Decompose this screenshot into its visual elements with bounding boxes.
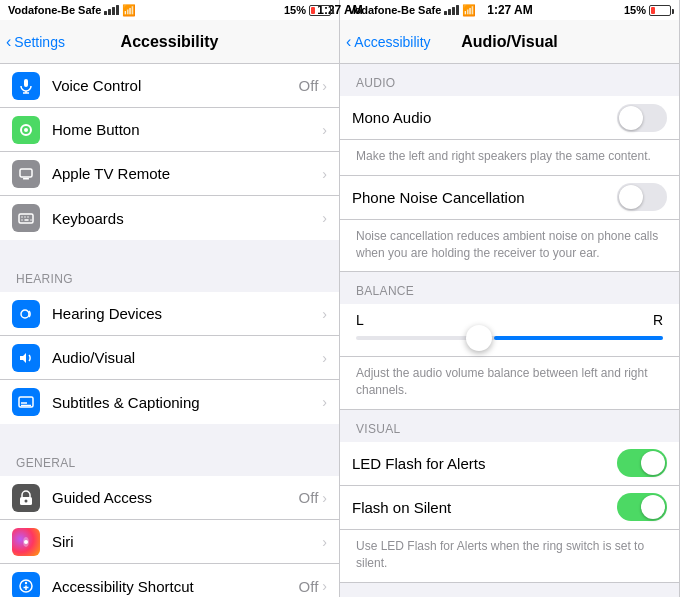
right-signal: [444, 5, 459, 15]
subtitles-icon: [12, 388, 40, 416]
led-flash-item[interactable]: LED Flash for Alerts: [340, 442, 679, 486]
siri-icon: [12, 528, 40, 556]
left-signal: [104, 5, 119, 15]
keyboards-label: Keyboards: [52, 210, 318, 227]
audio-visual-item[interactable]: Audio/Visual ›: [0, 336, 339, 380]
flash-silent-toggle[interactable]: [617, 493, 667, 521]
home-button-icon: [12, 116, 40, 144]
apple-tv-chevron: ›: [322, 166, 327, 182]
mono-audio-knob: [619, 106, 643, 130]
guided-access-chevron: ›: [322, 490, 327, 506]
keyboards-chevron: ›: [322, 210, 327, 226]
voice-control-icon: [12, 72, 40, 100]
left-group-2: Hearing Devices › Audio/Visual › Subtitl…: [0, 292, 339, 424]
voice-control-chevron: ›: [322, 78, 327, 94]
led-flash-toggle[interactable]: [617, 449, 667, 477]
apple-tv-item[interactable]: Apple TV Remote ›: [0, 152, 339, 196]
svg-rect-5: [20, 169, 32, 177]
left-content: Voice Control Off › Home Button › Apple …: [0, 64, 339, 597]
flash-silent-label: Flash on Silent: [352, 499, 617, 516]
home-button-chevron: ›: [322, 122, 327, 138]
flash-silent-item[interactable]: Flash on Silent: [340, 486, 679, 530]
right-back-chevron: ‹: [346, 33, 351, 51]
phone-noise-toggle[interactable]: [617, 183, 667, 211]
left-back-label: Settings: [14, 34, 65, 50]
phone-noise-knob: [619, 185, 643, 209]
svg-point-14: [21, 310, 29, 318]
right-battery-icon: [649, 5, 671, 16]
subtitles-label: Subtitles & Captioning: [52, 394, 322, 411]
siri-label: Siri: [52, 533, 322, 550]
left-group-1: Voice Control Off › Home Button › Apple …: [0, 64, 339, 240]
led-flash-knob: [641, 451, 665, 475]
visual-desc: Use LED Flash for Alerts when the ring s…: [340, 530, 679, 583]
mono-audio-desc: Make the left and right speakers play th…: [340, 140, 679, 176]
hearing-devices-item[interactable]: Hearing Devices ›: [0, 292, 339, 336]
mono-audio-item[interactable]: Mono Audio: [340, 96, 679, 140]
guided-access-item[interactable]: Guided Access Off ›: [0, 476, 339, 520]
keyboards-item[interactable]: Keyboards ›: [0, 196, 339, 240]
spacer-2: [0, 424, 339, 440]
left-battery-pct: 15%: [284, 4, 306, 16]
voice-control-label: Voice Control: [52, 77, 299, 94]
left-carrier: Vodafone-Be Safe: [8, 4, 101, 16]
guided-access-icon: [12, 484, 40, 512]
accessibility-shortcut-chevron: ›: [322, 578, 327, 594]
svg-rect-6: [23, 178, 29, 180]
left-back-button[interactable]: ‹ Settings: [6, 33, 65, 51]
balance-group: L R Adjust the audio volume balance betw…: [340, 304, 679, 410]
audio-visual-icon: [12, 344, 40, 372]
siri-item[interactable]: Siri ›: [0, 520, 339, 564]
mono-audio-label: Mono Audio: [352, 109, 617, 126]
home-button-item[interactable]: Home Button ›: [0, 108, 339, 152]
balance-left-label: L: [356, 312, 364, 328]
left-status-right: 15%: [284, 4, 331, 16]
svg-point-4: [24, 128, 28, 132]
phone-noise-desc: Noise cancellation reduces ambient noise…: [340, 220, 679, 273]
left-nav-title: Accessibility: [121, 33, 219, 51]
accessibility-shortcut-label: Accessibility Shortcut: [52, 578, 299, 595]
accessibility-shortcut-item[interactable]: Accessibility Shortcut Off ›: [0, 564, 339, 597]
right-nav-title: Audio/Visual: [461, 33, 558, 51]
left-back-chevron: ‹: [6, 33, 11, 51]
right-status-left: Vodafone-Be Safe 📶: [348, 4, 476, 17]
balance-labels: L R: [356, 312, 663, 328]
balance-slider[interactable]: [356, 336, 663, 340]
right-status-bar: Vodafone-Be Safe 📶 1:27 AM 15%: [340, 0, 679, 20]
right-back-button[interactable]: ‹ Accessibility: [346, 33, 431, 51]
left-nav-bar: ‹ Settings Accessibility: [0, 20, 339, 64]
left-status-bar: Vodafone-Be Safe 📶 1:27 AM 15%: [0, 0, 339, 20]
right-content: AUDIO Mono Audio Make the left and right…: [340, 64, 679, 597]
svg-point-21: [24, 540, 28, 544]
left-panel: Vodafone-Be Safe 📶 1:27 AM 15% ‹ Setting…: [0, 0, 340, 597]
right-panel: Vodafone-Be Safe 📶 1:27 AM 15% ‹ Accessi…: [340, 0, 680, 597]
voice-control-item[interactable]: Voice Control Off ›: [0, 64, 339, 108]
balance-desc: Adjust the audio volume balance between …: [340, 356, 679, 410]
voice-control-value: Off: [299, 77, 319, 94]
phone-noise-item[interactable]: Phone Noise Cancellation: [340, 176, 679, 220]
hearing-devices-icon: [12, 300, 40, 328]
hearing-devices-chevron: ›: [322, 306, 327, 322]
accessibility-shortcut-value: Off: [299, 578, 319, 595]
balance-fill-right: [494, 336, 663, 340]
apple-tv-icon: [12, 160, 40, 188]
left-wifi-icon: 📶: [122, 4, 136, 17]
flash-silent-knob: [641, 495, 665, 519]
svg-point-23: [25, 582, 27, 584]
svg-rect-7: [19, 214, 33, 223]
hearing-devices-label: Hearing Devices: [52, 305, 322, 322]
guided-access-value: Off: [299, 489, 319, 506]
home-button-label: Home Button: [52, 121, 318, 138]
left-status-left: Vodafone-Be Safe 📶: [8, 4, 136, 17]
led-flash-label: LED Flash for Alerts: [352, 455, 617, 472]
balance-knob[interactable]: [466, 325, 492, 351]
mono-audio-toggle[interactable]: [617, 104, 667, 132]
right-back-label: Accessibility: [354, 34, 430, 50]
general-header: GENERAL: [0, 440, 339, 476]
audio-group: Mono Audio Make the left and right speak…: [340, 96, 679, 272]
right-time: 1:27 AM: [487, 3, 533, 17]
right-battery-pct: 15%: [624, 4, 646, 16]
subtitles-item[interactable]: Subtitles & Captioning ›: [0, 380, 339, 424]
spacer-1: [0, 240, 339, 256]
svg-point-19: [25, 499, 28, 502]
